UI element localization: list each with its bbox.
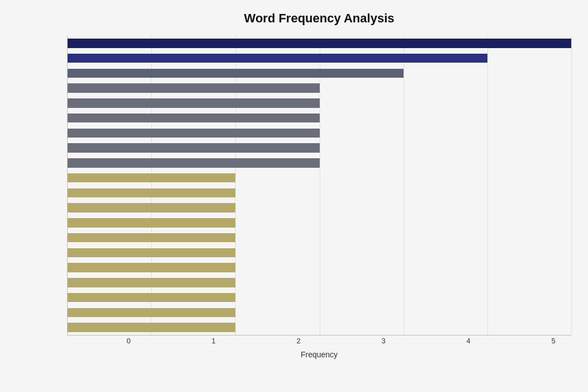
x-tick: 2	[296, 337, 300, 345]
y-label: subject	[0, 245, 4, 261]
bar	[68, 114, 320, 122]
y-label: ceo	[0, 201, 4, 216]
bar-row	[68, 96, 571, 111]
y-label: education	[0, 141, 4, 156]
bar	[68, 143, 320, 152]
bar-row	[68, 81, 571, 96]
bar-row	[68, 230, 571, 245]
y-label: address	[0, 291, 4, 306]
bar-row	[68, 66, 571, 81]
bar-row	[68, 140, 571, 155]
bar-row	[68, 245, 571, 261]
bar-row	[68, 320, 571, 335]
bar-row	[68, 275, 571, 290]
y-axis-labels: cybersecuritysecuritydiscusstalktalentsh…	[0, 36, 4, 336]
bar	[68, 278, 235, 287]
chart-container: Word Frequency Analysis cybersecuritysec…	[0, 0, 588, 392]
y-label: videos	[0, 171, 4, 186]
y-label: shortage	[0, 111, 4, 126]
y-label: security	[0, 51, 4, 66]
y-label: crisis	[0, 320, 4, 336]
y-label: schellman	[0, 216, 4, 231]
bar	[68, 203, 235, 212]
bar	[68, 98, 320, 107]
bar	[68, 69, 404, 78]
bar	[68, 129, 320, 138]
bar	[68, 188, 235, 197]
bar-row	[68, 51, 571, 66]
x-axis-label: Frequency	[67, 350, 571, 359]
y-label: improve	[0, 186, 4, 201]
bar	[68, 83, 320, 92]
bar-row	[68, 186, 571, 201]
bar	[68, 54, 487, 63]
bar-row	[68, 126, 571, 141]
x-tick: 0	[126, 337, 130, 345]
bar-row	[68, 200, 571, 215]
y-label: staff	[0, 305, 4, 320]
bar	[68, 323, 235, 332]
y-label: cybersecurity	[0, 36, 4, 51]
chart-title: Word Frequency Analysis	[67, 11, 571, 26]
x-tick: 5	[551, 337, 555, 345]
x-tick: 3	[381, 337, 385, 345]
bar	[68, 263, 235, 272]
bar-row	[68, 215, 571, 230]
bar-row	[68, 155, 571, 171]
bar-row	[68, 290, 571, 305]
x-tick: 4	[466, 337, 470, 345]
bar	[68, 173, 235, 182]
bar-row	[68, 111, 571, 126]
y-label: stem	[0, 126, 4, 141]
bar-row	[68, 171, 571, 186]
y-label: talk	[0, 81, 4, 96]
y-label: teach	[0, 230, 4, 245]
bar	[68, 233, 235, 242]
y-label: university	[0, 155, 4, 171]
y-label: essential	[0, 276, 4, 291]
bar	[68, 293, 235, 302]
bar	[68, 248, 235, 257]
bar	[68, 39, 571, 48]
y-label: like	[0, 261, 4, 276]
x-tick: 1	[211, 337, 215, 345]
y-label: talent	[0, 96, 4, 111]
x-axis: 0123456	[67, 337, 571, 348]
bar	[68, 218, 235, 227]
y-label: discuss	[0, 66, 4, 81]
bar-row	[68, 260, 571, 275]
bar-row	[68, 305, 571, 320]
bar-row	[68, 36, 571, 51]
bar	[68, 308, 235, 317]
bar	[68, 158, 320, 167]
